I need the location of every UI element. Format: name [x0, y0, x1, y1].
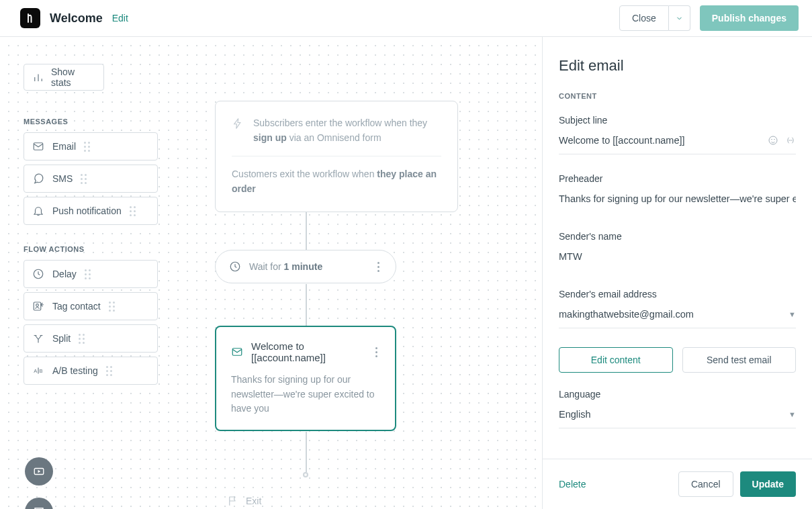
- exit-label: Exit: [246, 496, 261, 506]
- flow-block-label: Tag contact: [52, 301, 101, 312]
- page-title: Welcome: [50, 11, 103, 26]
- chat-help-button[interactable]: [25, 498, 53, 509]
- delay-node-text: Wait for 1 minute: [249, 261, 322, 272]
- node-menu-button[interactable]: [373, 344, 380, 360]
- trigger-enter-text: Subscribers enter the workflow when they…: [253, 116, 441, 145]
- svg-text:A: A: [34, 368, 37, 374]
- chevron-down-icon: [676, 15, 683, 22]
- language-label: Language: [559, 389, 796, 400]
- drag-handle-icon: [79, 334, 85, 344]
- subject-input[interactable]: [559, 134, 768, 147]
- messages-group: MESSAGES Email SMS Push notification: [24, 118, 158, 229]
- messages-heading: MESSAGES: [24, 118, 158, 126]
- tag-contact-icon: [32, 300, 44, 312]
- cancel-button[interactable]: Cancel: [678, 471, 733, 497]
- svg-point-3: [36, 304, 39, 307]
- update-button[interactable]: Update: [740, 471, 796, 497]
- emoji-icon[interactable]: [768, 135, 778, 146]
- edit-title-link[interactable]: Edit: [112, 13, 128, 24]
- drag-handle-icon: [85, 269, 91, 279]
- sender-email-select[interactable]: makingthatwebsite@gmail.com ▼: [559, 304, 796, 328]
- chevron-down-icon: ▼: [788, 410, 796, 418]
- drag-handle-icon: [106, 366, 113, 376]
- publish-button[interactable]: Publish changes: [700, 5, 799, 31]
- send-test-button[interactable]: Send test email: [682, 347, 797, 373]
- svg-point-10: [769, 136, 777, 144]
- close-button-group: Close: [619, 5, 690, 31]
- email-node-body: Thanks for signing up for our newsletter…: [231, 373, 380, 416]
- sender-email-label: Sender's email address: [559, 289, 796, 299]
- sender-email-value: makingthatwebsite@gmail.com: [559, 308, 788, 321]
- bell-icon: [32, 205, 44, 217]
- ab-test-icon: AB: [32, 365, 44, 377]
- email-node[interactable]: Welcome to [[account.name]] Thanks for s…: [215, 326, 396, 431]
- flow-block-label: Delay: [52, 269, 77, 279]
- delete-button[interactable]: Delete: [559, 479, 586, 490]
- clock-icon: [32, 268, 44, 280]
- sms-icon: [32, 173, 44, 185]
- video-help-button[interactable]: [25, 457, 53, 485]
- drag-handle-icon: [130, 206, 136, 216]
- language-value: English: [559, 408, 788, 421]
- svg-rect-8: [232, 349, 242, 356]
- message-block-label: Push notification: [52, 205, 122, 216]
- flow-block-tag[interactable]: Tag contact: [24, 292, 158, 320]
- sender-name-label: Sender's name: [559, 231, 796, 242]
- message-block-email[interactable]: Email: [24, 132, 158, 160]
- svg-rect-0: [34, 143, 43, 150]
- video-icon: [33, 465, 45, 477]
- flow-actions-heading: FLOW ACTIONS: [24, 245, 158, 253]
- show-stats-button[interactable]: Show stats: [24, 64, 104, 91]
- email-icon: [32, 140, 44, 152]
- clock-icon: [229, 261, 241, 273]
- drag-handle-icon: [109, 302, 116, 312]
- email-icon: [231, 346, 243, 358]
- exit-node: Exit: [227, 495, 261, 507]
- bolt-icon: [232, 118, 244, 130]
- close-button[interactable]: Close: [619, 5, 669, 31]
- drag-handle-icon: [81, 174, 87, 184]
- chevron-down-icon: ▼: [788, 310, 796, 318]
- chat-icon: [33, 506, 45, 509]
- delay-node[interactable]: Wait for 1 minute: [215, 250, 396, 283]
- message-block-label: SMS: [52, 173, 73, 184]
- app-logo: [20, 8, 40, 28]
- show-stats-label: Show stats: [51, 66, 95, 88]
- sender-name-input[interactable]: [559, 250, 796, 263]
- edit-panel: Edit email CONTENT Subject line Preheade…: [542, 37, 812, 509]
- bar-chart-icon: [32, 71, 44, 83]
- drag-handle-icon: [84, 142, 91, 152]
- flow-end-dot: [303, 472, 308, 477]
- svg-text:B: B: [40, 368, 43, 374]
- flow-block-delay[interactable]: Delay: [24, 260, 158, 288]
- svg-point-11: [772, 139, 772, 140]
- flow-block-split[interactable]: Split: [24, 324, 158, 353]
- workflow-canvas[interactable]: Show stats MESSAGES Email SMS Push notif…: [0, 37, 542, 509]
- trigger-node[interactable]: Subscribers enter the workflow when they…: [215, 101, 458, 212]
- subject-label: Subject line: [559, 115, 796, 126]
- panel-footer: Delete Cancel Update: [543, 459, 812, 509]
- split-icon: [32, 332, 44, 344]
- node-menu-button[interactable]: [375, 259, 382, 275]
- trigger-exit-text: Customers exit the workflow when they pl…: [232, 167, 441, 196]
- content-heading: CONTENT: [559, 92, 796, 100]
- close-dropdown-button[interactable]: [669, 5, 690, 31]
- flow-block-ab[interactable]: AB A/B testing: [24, 357, 158, 385]
- variable-icon[interactable]: [785, 135, 796, 146]
- message-block-sms[interactable]: SMS: [24, 165, 158, 193]
- edit-content-button[interactable]: Edit content: [559, 347, 673, 373]
- flag-icon: [227, 495, 239, 507]
- flow-connector: [306, 284, 307, 326]
- language-select[interactable]: English ▼: [559, 404, 796, 428]
- svg-point-12: [774, 139, 775, 140]
- flow-connector: [306, 432, 307, 472]
- preheader-input[interactable]: [559, 192, 796, 205]
- email-node-title: Welcome to [[account.name]]: [251, 340, 365, 363]
- preheader-label: Preheader: [559, 173, 796, 184]
- panel-title: Edit email: [559, 57, 796, 75]
- message-block-label: Email: [52, 141, 76, 152]
- message-block-push[interactable]: Push notification: [24, 197, 158, 225]
- flow-block-label: A/B testing: [52, 365, 98, 376]
- flow-actions-group: FLOW ACTIONS Delay Tag contact Split AB …: [24, 245, 158, 389]
- flow-block-label: Split: [52, 333, 71, 344]
